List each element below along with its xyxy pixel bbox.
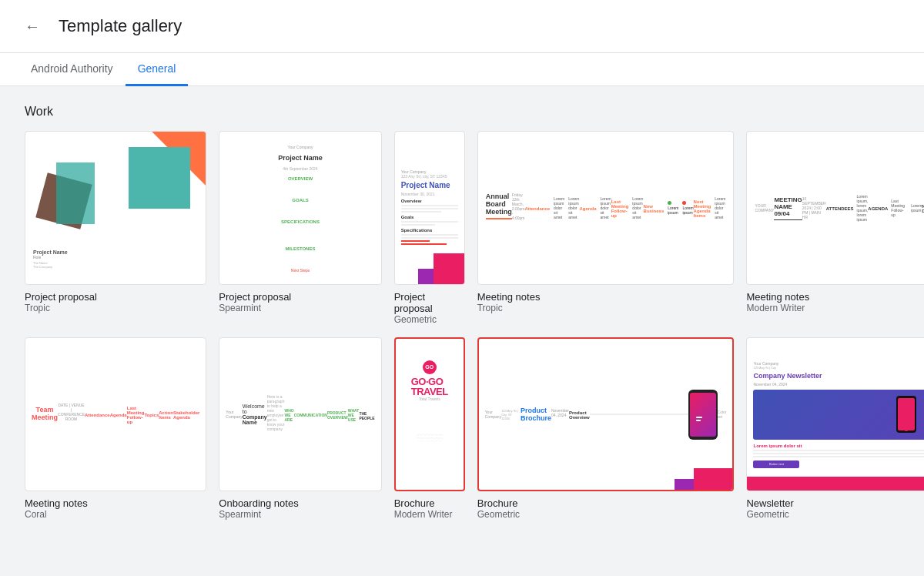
svg-point-48 [434,438,434,439]
svg-point-67 [434,440,435,441]
svg-point-53 [438,437,439,438]
template-sub: Coral [25,509,206,520]
svg-point-31 [418,437,419,438]
page-title: Template gallery [59,16,182,36]
template-project-proposal-tropic[interactable]: Project Name Role The Name The Company P… [25,131,206,325]
svg-point-2 [418,434,419,435]
svg-point-7 [423,434,424,434]
template-sub: Spearmint [219,509,381,520]
svg-point-41 [427,437,428,438]
svg-point-15 [430,434,430,434]
svg-point-62 [425,440,426,441]
template-sub: Spearmint [219,303,381,313]
svg-point-64 [429,440,430,441]
template-name: Meeting notes [746,291,924,303]
svg-point-20 [434,434,435,434]
svg-point-9 [424,434,425,435]
svg-point-12 [427,434,428,434]
back-button[interactable]: ← [18,12,46,40]
svg-point-29 [416,437,417,438]
template-sub: Geometric [746,509,924,520]
svg-point-39 [425,437,426,438]
page-header: ← Template gallery [0,0,924,53]
svg-point-43 [429,437,430,438]
back-arrow-icon: ← [25,18,40,35]
template-meeting-notes-coral[interactable]: Team Meeting DATE | VENUE | CONFERENCE R… [25,337,206,520]
svg-point-46 [432,437,433,438]
svg-point-24 [438,434,439,435]
svg-point-59 [420,440,420,441]
template-meeting-notes-modern[interactable]: YOUR COMPANY MEETING NAME 09/04 10 SEPTE… [746,131,924,325]
template-name: Onboarding notes [219,497,381,509]
svg-point-49 [434,437,435,438]
svg-point-27 [441,434,442,435]
svg-point-35 [422,437,423,438]
svg-point-70 [440,440,441,441]
template-onboarding-spearmint[interactable]: Your Company Welcome to Company Name Her… [219,337,381,520]
svg-point-1 [417,434,418,434]
svg-point-6 [422,434,423,434]
svg-point-36 [423,438,424,439]
svg-point-34 [420,437,421,438]
svg-point-4 [420,434,420,434]
template-sub: Tropic [477,303,735,313]
svg-point-50 [436,437,437,438]
template-sub: Modern Writer [746,303,924,313]
svg-point-11 [427,434,427,434]
svg-point-68 [437,440,437,441]
svg-point-52 [437,438,438,439]
svg-point-3 [419,434,420,434]
template-newsletter-geometric[interactable]: Your Company 123 Any St | City Company N… [746,337,924,520]
svg-point-61 [424,440,424,441]
svg-point-26 [440,434,441,434]
tab-general[interactable]: General [126,53,189,86]
svg-point-13 [428,434,429,435]
tab-android-authority[interactable]: Android Authority [18,53,126,86]
svg-point-18 [433,434,434,435]
svg-point-30 [417,437,418,438]
svg-point-54 [439,437,440,438]
template-project-proposal-spearmint[interactable]: Your Company Project Name 4th September … [219,131,381,325]
template-brochure-modern-writer[interactable]: GO GO·GO TRAVEL Total Travels [394,337,465,520]
svg-point-0 [416,434,417,435]
template-name: Project proposal [25,291,206,303]
svg-point-63 [427,440,428,441]
template-name: Project proposal [219,291,381,303]
template-brochure-geometric[interactable]: Your Company 123 Any St | City, ST 12345… [477,337,735,520]
svg-point-25 [439,434,440,434]
template-project-proposal-geometric[interactable]: Your Company 123 Any St | city, ST 12345… [394,131,465,325]
template-name: Newsletter [746,497,924,509]
svg-point-38 [424,437,425,438]
template-name: Project proposal [394,291,465,314]
svg-point-33 [420,437,420,438]
template-sub: Tropic [25,303,206,313]
svg-point-37 [424,437,424,438]
svg-point-58 [418,440,419,441]
svg-point-66 [433,440,434,441]
svg-point-16 [431,434,432,434]
svg-point-45 [431,437,432,438]
svg-point-22 [437,434,437,435]
svg-point-51 [437,437,437,438]
svg-point-56 [441,438,442,439]
template-name: Meeting notes [25,497,206,509]
svg-point-8 [424,434,424,434]
svg-point-14 [429,434,430,434]
svg-point-65 [431,440,432,441]
template-sub: Modern Writer [394,509,465,520]
template-sub: Geometric [394,314,465,325]
template-meeting-notes-tropic[interactable]: Annual Board Meeting Friday 12th March, … [477,131,735,325]
templates-grid: Project Name Role The Name The Company P… [25,131,899,520]
svg-point-60 [422,440,423,441]
tabs-bar: Android Authority General [0,53,924,86]
section-title-work: Work [25,105,899,119]
svg-point-44 [430,438,430,439]
svg-point-47 [433,437,434,438]
svg-point-55 [440,437,441,438]
svg-point-40 [427,438,427,439]
svg-point-19 [434,434,434,434]
svg-point-42 [428,437,429,438]
svg-point-23 [437,434,438,434]
template-sub: Geometric [477,509,735,520]
svg-point-57 [442,437,443,438]
